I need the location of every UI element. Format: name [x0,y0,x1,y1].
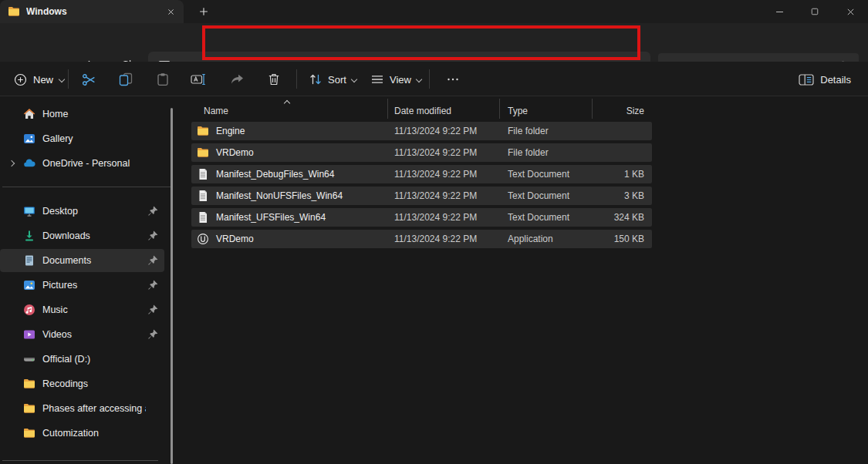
copy-icon [119,72,133,86]
delete-button[interactable] [261,68,287,91]
maximize-button[interactable] [797,0,833,23]
sidebar-item[interactable]: Videos [0,323,164,346]
file-date-cell: 11/13/2024 9:22 PM [388,190,500,201]
file-list-area: Name Date modified Type Size Engine 11/1… [179,97,868,464]
sidebar-item-label: Documents [42,255,146,266]
paste-button[interactable] [150,68,176,91]
sidebar-scrollbar[interactable] [171,108,173,464]
sidebar-item[interactable]: Pictures [0,274,164,297]
column-header-type[interactable]: Type [500,99,593,119]
close-icon [167,8,175,16]
folder-icon [197,146,209,159]
cut-button[interactable] [76,68,102,91]
file-name: Engine [216,126,245,136]
sidebar-item[interactable]: Gallery [0,127,164,150]
minimize-button[interactable] [762,0,797,23]
sidebar-item-label: Desktop [42,206,146,217]
view-icon [370,72,384,86]
sidebar-item[interactable]: OneDrive - Personal [0,152,164,175]
sidebar-item-label: Official (D:) [42,354,146,365]
tab-close-button[interactable] [164,5,177,18]
file-explorer-window: { "colors":{"accent":"#53a9e8","annotati… [0,0,868,464]
sidebar-divider [2,187,171,187]
folder-icon [23,427,35,439]
close-button[interactable] [833,0,868,23]
file-type-cell: Text Document [500,190,593,201]
pin-icon [146,304,160,316]
plus-icon [198,6,209,17]
copy-button[interactable] [113,68,139,91]
textdoc-icon [197,211,209,224]
view-button[interactable]: View [364,68,427,91]
toolbar-separator [296,69,297,89]
maximize-icon [810,7,819,16]
explorer-tab[interactable]: Windows [0,0,184,23]
sidebar-item-label: Home [42,109,146,119]
folder-icon [197,125,209,137]
textdoc-icon [197,168,209,180]
file-name-cell: VRDemo [191,146,388,159]
sidebar-item[interactable]: Downloads [0,224,164,247]
column-label: Size [627,106,644,116]
file-row[interactable]: VRDemo 11/13/2024 9:22 PM File folder [191,143,652,162]
sidebar-item-label: Music [42,304,146,315]
sort-ascending-icon [284,100,290,106]
sidebar-item-label: Phases after accessing a url [42,403,146,414]
sidebar-item[interactable]: Music [0,298,164,321]
rename-icon [191,72,207,86]
sidebar-item[interactable]: Documents [0,249,164,272]
file-date-cell: 11/13/2024 9:22 PM [388,212,500,223]
file-row[interactable]: Manifest_DebugFiles_Win64 11/13/2024 9:2… [191,165,652,183]
sidebar-item[interactable]: Recodings [0,372,164,395]
file-date-cell: 11/13/2024 9:22 PM [388,169,500,180]
new-button-label: New [33,74,53,86]
new-button[interactable]: New [6,68,72,91]
sidebar-item[interactable]: Desktop [0,200,164,223]
file-row[interactable]: Manifest_NonUFSFiles_Win64 11/13/2024 9:… [191,187,652,205]
downloads-icon [23,230,35,242]
sidebar-item-label: Videos [42,329,146,340]
file-row[interactable]: Engine 11/13/2024 9:22 PM File folder [191,122,652,140]
file-row[interactable]: VRDemo 11/13/2024 9:22 PM Application 15… [191,230,652,248]
drive-icon [23,353,35,365]
sidebar-item[interactable]: Cutomization [0,422,164,445]
file-name-cell: VRDemo [191,233,388,245]
sidebar-item-label: Downloads [42,230,146,241]
sidebar-item-label: OneDrive - Personal [42,158,146,169]
sidebar-item[interactable]: Phases after accessing a url [0,397,164,420]
titlebar: Windows [0,0,868,23]
plus-circle-icon [14,73,27,86]
sidebar-item[interactable]: Home [0,103,164,126]
column-header-name[interactable]: Name [191,99,388,119]
paste-icon [156,72,170,86]
column-header-date-modified[interactable]: Date modified [388,99,500,119]
file-type-cell: Text Document [500,169,593,180]
documents-icon [23,254,35,267]
pin-icon [146,279,160,291]
sidebar-bottom-divider [2,460,158,461]
navigation-bar: Documents Unreal Projects VRDemo New fol… [0,23,868,62]
column-header-size[interactable]: Size [593,99,652,119]
sidebar-items: Home Gallery OneDrive - Personal [0,97,179,445]
file-name-cell: Manifest_UFSFiles_Win64 [191,211,388,224]
details-pane-button[interactable]: Details [792,68,857,91]
sidebar-item[interactable]: Official (D:) [0,348,164,371]
details-button-label: Details [820,74,851,86]
toolbar-separator [68,69,69,89]
gallery-icon [23,133,35,145]
more-options-button[interactable] [440,68,466,91]
music-icon [23,304,35,316]
sidebar-item-label: Pictures [42,280,146,291]
share-button[interactable] [224,68,250,91]
file-size-cell: 3 KB [593,190,652,201]
sort-button[interactable]: Sort [302,68,363,91]
folder-icon [23,378,35,390]
expand-chevron-icon[interactable] [0,161,23,166]
details-pane-icon [799,74,814,86]
more-icon [446,72,460,86]
rename-button[interactable] [185,68,211,91]
chevron-down-icon [351,76,357,82]
new-tab-button[interactable] [194,3,213,20]
file-date-cell: 11/13/2024 9:22 PM [388,126,500,136]
file-row[interactable]: Manifest_UFSFiles_Win64 11/13/2024 9:22 … [191,208,652,227]
